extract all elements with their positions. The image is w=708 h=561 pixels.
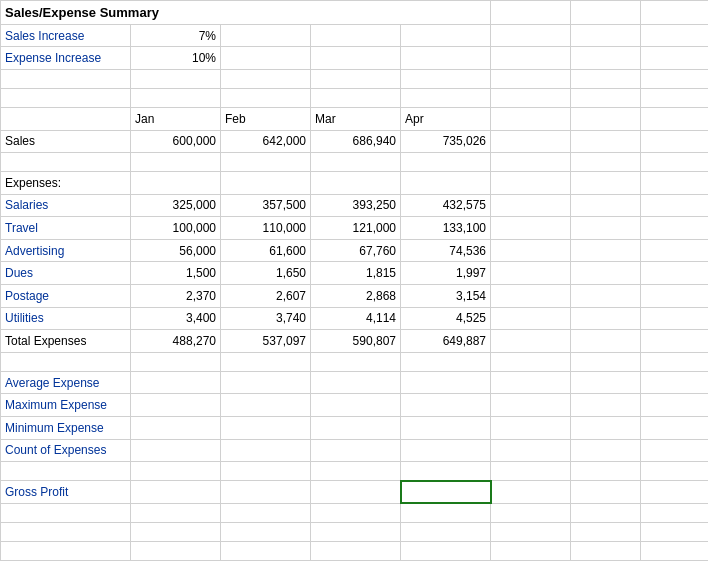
expense-advertising-jan: 56,000 bbox=[131, 239, 221, 262]
gross-profit-row: Gross Profit bbox=[1, 481, 709, 504]
expense-travel-apr: 133,100 bbox=[401, 217, 491, 240]
expense-dues-label: Dues bbox=[1, 262, 131, 285]
expense-advertising-apr: 74,536 bbox=[401, 239, 491, 262]
expense-row-advertising: Advertising 56,000 61,600 67,760 74,536 bbox=[1, 239, 709, 262]
sales-jan: 600,000 bbox=[131, 130, 221, 153]
sales-feb: 642,000 bbox=[221, 130, 311, 153]
col-feb-header: Feb bbox=[221, 107, 311, 130]
expense-increase-value: 10% bbox=[131, 47, 221, 70]
expense-postage-apr: 3,154 bbox=[401, 285, 491, 308]
expense-travel-mar: 121,000 bbox=[311, 217, 401, 240]
col-apr-header: Apr bbox=[401, 107, 491, 130]
sales-apr: 735,026 bbox=[401, 130, 491, 153]
total-expenses-feb: 537,097 bbox=[221, 330, 311, 353]
expense-dues-jan: 1,500 bbox=[131, 262, 221, 285]
expense-salaries-mar: 393,250 bbox=[311, 194, 401, 217]
expense-utilities-label: Utilities bbox=[1, 307, 131, 330]
expense-utilities-mar: 4,114 bbox=[311, 307, 401, 330]
sales-row: Sales 600,000 642,000 686,940 735,026 bbox=[1, 130, 709, 153]
spacer-row-7 bbox=[1, 522, 709, 541]
spacer-row-8 bbox=[1, 541, 709, 560]
expense-row-travel: Travel 100,000 110,000 121,000 133,100 bbox=[1, 217, 709, 240]
maximum-expense-label: Maximum Expense bbox=[1, 394, 131, 417]
expense-salaries-apr: 432,575 bbox=[401, 194, 491, 217]
expense-row-postage: Postage 2,370 2,607 2,868 3,154 bbox=[1, 285, 709, 308]
expenses-header-label: Expenses: bbox=[1, 172, 131, 195]
expense-postage-label: Postage bbox=[1, 285, 131, 308]
column-header-row: Jan Feb Mar Apr bbox=[1, 107, 709, 130]
maximum-expense-row: Maximum Expense bbox=[1, 394, 709, 417]
expense-travel-jan: 100,000 bbox=[131, 217, 221, 240]
expense-travel-label: Travel bbox=[1, 217, 131, 240]
spreadsheet-title: Sales/Expense Summary bbox=[1, 1, 491, 25]
sales-increase-label: Sales Increase bbox=[1, 24, 131, 47]
expense-postage-mar: 2,868 bbox=[311, 285, 401, 308]
expense-utilities-apr: 4,525 bbox=[401, 307, 491, 330]
spacer-row-6 bbox=[1, 503, 709, 522]
expense-dues-feb: 1,650 bbox=[221, 262, 311, 285]
expense-postage-feb: 2,607 bbox=[221, 285, 311, 308]
spacer-row-1 bbox=[1, 69, 709, 88]
sales-increase-value: 7% bbox=[131, 24, 221, 47]
expense-utilities-feb: 3,740 bbox=[221, 307, 311, 330]
expense-row-utilities: Utilities 3,400 3,740 4,114 4,525 bbox=[1, 307, 709, 330]
spreadsheet: Sales/Expense Summary Sales Increase 7% … bbox=[0, 0, 708, 561]
title-row: Sales/Expense Summary bbox=[1, 1, 709, 25]
expense-postage-jan: 2,370 bbox=[131, 285, 221, 308]
sales-mar: 686,940 bbox=[311, 130, 401, 153]
expense-row-dues: Dues 1,500 1,650 1,815 1,997 bbox=[1, 262, 709, 285]
total-expenses-row: Total Expenses 488,270 537,097 590,807 6… bbox=[1, 330, 709, 353]
expense-salaries-feb: 357,500 bbox=[221, 194, 311, 217]
expense-advertising-mar: 67,760 bbox=[311, 239, 401, 262]
average-expense-row: Average Expense bbox=[1, 371, 709, 394]
spacer-row-2 bbox=[1, 88, 709, 107]
spacer-row-4 bbox=[1, 352, 709, 371]
spacer-row-5 bbox=[1, 462, 709, 481]
total-expenses-apr: 649,887 bbox=[401, 330, 491, 353]
expense-row-salaries: Salaries 325,000 357,500 393,250 432,575 bbox=[1, 194, 709, 217]
expenses-header-row: Expenses: bbox=[1, 172, 709, 195]
total-expenses-jan: 488,270 bbox=[131, 330, 221, 353]
spacer-row-3 bbox=[1, 153, 709, 172]
total-expenses-mar: 590,807 bbox=[311, 330, 401, 353]
col-mar-header: Mar bbox=[311, 107, 401, 130]
sales-increase-row: Sales Increase 7% bbox=[1, 24, 709, 47]
count-expenses-label: Count of Expenses bbox=[1, 439, 131, 462]
minimum-expense-row: Minimum Expense bbox=[1, 416, 709, 439]
expense-travel-feb: 110,000 bbox=[221, 217, 311, 240]
gross-profit-selected-cell[interactable] bbox=[401, 481, 491, 504]
count-expenses-row: Count of Expenses bbox=[1, 439, 709, 462]
col-jan-header: Jan bbox=[131, 107, 221, 130]
average-expense-label: Average Expense bbox=[1, 371, 131, 394]
sales-label: Sales bbox=[1, 130, 131, 153]
expense-dues-apr: 1,997 bbox=[401, 262, 491, 285]
minimum-expense-label: Minimum Expense bbox=[1, 416, 131, 439]
expense-salaries-label: Salaries bbox=[1, 194, 131, 217]
expense-increase-label: Expense Increase bbox=[1, 47, 131, 70]
expense-increase-row: Expense Increase 10% bbox=[1, 47, 709, 70]
expense-utilities-jan: 3,400 bbox=[131, 307, 221, 330]
total-expenses-label: Total Expenses bbox=[1, 330, 131, 353]
expense-dues-mar: 1,815 bbox=[311, 262, 401, 285]
expense-advertising-label: Advertising bbox=[1, 239, 131, 262]
expense-advertising-feb: 61,600 bbox=[221, 239, 311, 262]
gross-profit-label: Gross Profit bbox=[1, 481, 131, 504]
expense-salaries-jan: 325,000 bbox=[131, 194, 221, 217]
